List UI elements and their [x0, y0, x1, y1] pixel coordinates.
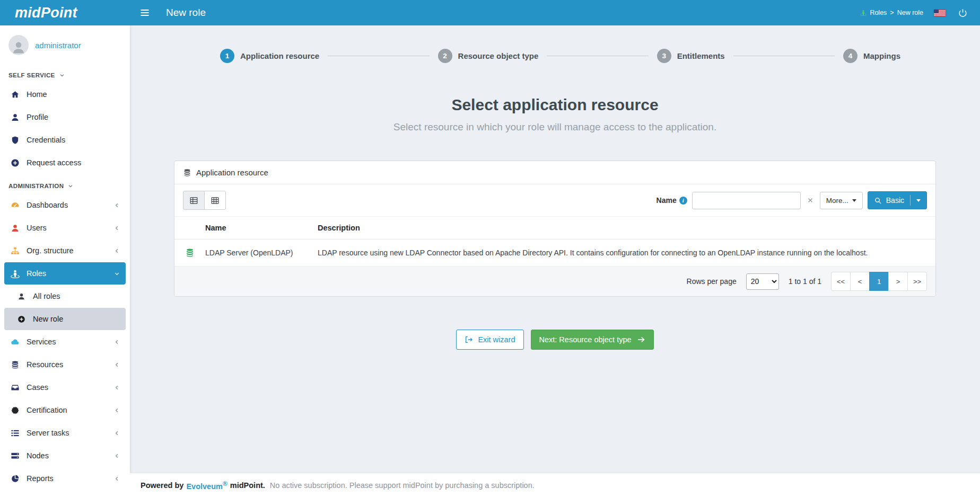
sidebar-item-services[interactable]: Services: [4, 331, 126, 353]
table-footer: Rows per page 20 1 to 1 of 1 << < 1 > >>: [174, 267, 935, 296]
arrow-right-icon: [637, 335, 645, 344]
step-label: Mappings: [863, 51, 900, 60]
rows-per-page-select[interactable]: 20: [746, 273, 779, 290]
pagination: << < 1 > >>: [831, 272, 927, 291]
previous-page-button[interactable]: <: [850, 272, 870, 291]
sidebar-item-nodes[interactable]: Nodes: [4, 445, 126, 467]
certificate-icon: [10, 406, 21, 415]
user-icon: [10, 113, 21, 122]
database-icon: [183, 248, 197, 258]
chevron-left-icon: [113, 361, 120, 368]
sidebar-item-reports[interactable]: Reports: [4, 467, 126, 490]
breadcrumb-roles-link[interactable]: Roles: [870, 9, 887, 16]
exit-wizard-button[interactable]: Exit wizard: [456, 330, 523, 350]
panel-toolbar: Name i More... Basic: [174, 184, 935, 216]
first-page-button[interactable]: <<: [831, 272, 851, 291]
search-icon: [874, 197, 882, 205]
resource-description-cell: LDAP resource using new LDAP Connector b…: [309, 239, 935, 267]
midpoint-logo[interactable]: midPoint: [0, 0, 130, 25]
wizard-step-entitlements[interactable]: 3 Entitlements: [657, 49, 725, 63]
subscription-note: No active subscription. Please support m…: [270, 481, 535, 490]
clear-search-button[interactable]: [806, 196, 815, 205]
evolveum-link[interactable]: Evolveum®: [186, 480, 227, 491]
sidebar-item-server-tasks[interactable]: Server tasks: [4, 422, 126, 444]
button-divider: [910, 195, 911, 206]
sidebar-item-users[interactable]: Users: [4, 217, 126, 239]
users-icon: [10, 224, 21, 233]
wizard-actions: Exit wizard Next: Resource object type: [130, 330, 980, 350]
product-label: midPoint.: [230, 481, 265, 490]
wizard-step-application-resource[interactable]: 1 Application resource: [220, 49, 319, 63]
list-view-button[interactable]: [183, 191, 205, 210]
sidebar-toggle-button[interactable]: [136, 4, 153, 21]
home-icon: [10, 90, 21, 99]
chevron-left-icon: [113, 475, 120, 482]
chevron-left-icon: [113, 339, 120, 345]
description-column-header[interactable]: Description: [309, 217, 935, 239]
language-flag-us[interactable]: [934, 10, 946, 16]
next-step-button[interactable]: Next: Resource object type: [531, 330, 654, 350]
application-resource-panel: Application resource Name i: [174, 161, 936, 297]
resource-table: Name Description LDAP Server (OpenLDAP) …: [174, 216, 935, 267]
step-label: Resource object type: [458, 51, 539, 60]
sidebar-item-request-access[interactable]: Request access: [4, 152, 126, 174]
chevron-left-icon: [113, 225, 120, 232]
wizard-step-resource-object-type[interactable]: 2 Resource object type: [438, 49, 539, 63]
sidebar-item-dashboards[interactable]: Dashboards: [4, 194, 126, 216]
view-toggle-group: [183, 191, 226, 210]
flag-canton: [934, 10, 939, 13]
sidebar-item-certification[interactable]: Certification: [4, 399, 126, 421]
chevron-down-icon: [113, 270, 120, 277]
pie-chart-icon: [10, 474, 21, 483]
name-column-header[interactable]: Name: [197, 217, 309, 239]
more-filters-button[interactable]: More...: [820, 192, 863, 209]
sidebar-item-org-structure[interactable]: Org. structure: [4, 239, 126, 262]
chevron-left-icon: [113, 430, 120, 437]
close-icon: [807, 197, 814, 204]
main-content: 1 Application resource 2 Resource object…: [130, 25, 980, 497]
user-name-link[interactable]: administrator: [35, 41, 81, 50]
breadcrumb-separator: >: [890, 9, 894, 16]
step-label: Application resource: [240, 51, 319, 60]
resource-icon-cell: [174, 239, 197, 267]
table-header-row: Name Description: [174, 217, 935, 239]
chevron-left-icon: [113, 247, 120, 254]
plus-circle-icon: [16, 315, 27, 323]
step-number: 3: [657, 49, 671, 63]
search-area: Name i More... Basic: [657, 191, 927, 209]
page-1-button[interactable]: 1: [869, 272, 889, 291]
table-row[interactable]: LDAP Server (OpenLDAP) LDAP resource usi…: [174, 239, 935, 267]
sidebar: administrator SELF SERVICE Home Profile …: [0, 25, 130, 497]
sidebar-item-home[interactable]: Home: [4, 83, 126, 105]
caret-down-icon[interactable]: [916, 199, 921, 202]
name-search-input[interactable]: [692, 192, 801, 209]
wizard-step-mappings[interactable]: 4 Mappings: [843, 49, 900, 63]
sidebar-item-roles[interactable]: Roles: [4, 262, 126, 285]
sidebar-section-self-service[interactable]: SELF SERVICE: [0, 64, 130, 83]
inbox-icon: [10, 383, 21, 392]
basic-search-button[interactable]: Basic: [868, 191, 927, 209]
sidebar-item-profile[interactable]: Profile: [4, 106, 126, 128]
table-view-button[interactable]: [204, 191, 226, 210]
sidebar-item-cases[interactable]: Cases: [4, 376, 126, 398]
resource-name-cell[interactable]: LDAP Server (OpenLDAP): [197, 239, 309, 267]
sidebar-section-administration[interactable]: ADMINISTRATION: [0, 174, 130, 193]
sidebar-item-new-role[interactable]: New role: [4, 308, 126, 330]
next-page-button[interactable]: >: [888, 272, 908, 291]
street-view-icon: [10, 269, 21, 278]
list-view-icon: [189, 196, 198, 205]
table-view-icon: [211, 196, 220, 205]
step-connector: [547, 56, 648, 56]
sidebar-item-resources[interactable]: Resources: [4, 353, 126, 376]
step-label: Entitlements: [677, 51, 725, 60]
user-icon: [16, 292, 27, 300]
cloud-icon: [10, 338, 21, 347]
plus-circle-icon: [10, 158, 21, 167]
info-icon[interactable]: i: [679, 197, 687, 205]
sidebar-item-credentials[interactable]: Credentials: [4, 129, 126, 151]
sidebar-item-all-roles[interactable]: All roles: [4, 285, 126, 307]
last-page-button[interactable]: >>: [907, 272, 927, 291]
step-number: 1: [220, 49, 234, 63]
caret-down-icon: [852, 199, 856, 202]
logout-button[interactable]: [956, 6, 969, 20]
